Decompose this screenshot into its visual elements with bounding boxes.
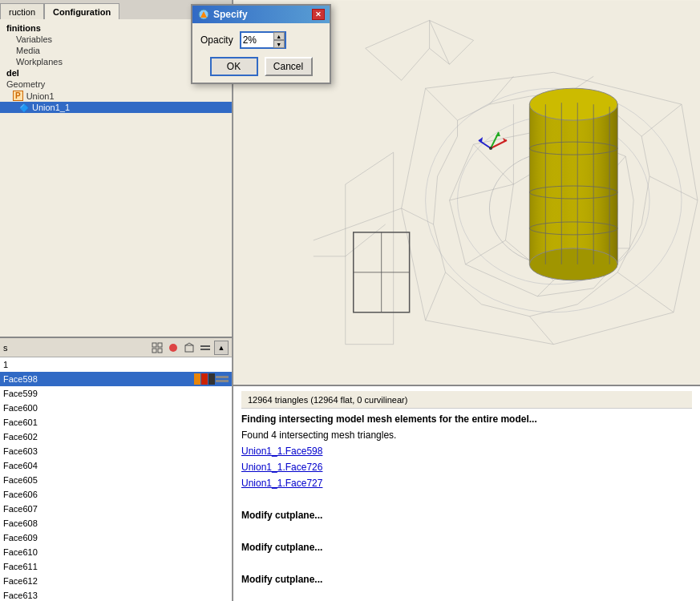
cancel-button[interactable]: Cancel <box>265 57 313 76</box>
specify-dialog: Specify ✕ Opacity ▲ ▼ OK Cancel <box>191 4 331 84</box>
dialog-overlay: Specify ✕ Opacity ▲ ▼ OK Cancel <box>0 0 700 601</box>
dialog-buttons: OK Cancel <box>200 57 322 76</box>
dialog-title-text: Specify <box>213 9 312 20</box>
dialog-titlebar[interactable]: Specify ✕ <box>192 6 330 23</box>
opacity-row: Opacity ▲ ▼ <box>200 31 322 49</box>
opacity-input-wrap: ▲ ▼ <box>240 31 286 49</box>
dialog-body: Opacity ▲ ▼ OK Cancel <box>192 23 330 83</box>
opacity-input[interactable] <box>241 33 273 47</box>
opacity-spinner: ▲ ▼ <box>273 32 285 48</box>
opacity-label: Opacity <box>200 34 233 46</box>
spinner-up-btn[interactable]: ▲ <box>273 32 285 40</box>
spinner-down-btn[interactable]: ▼ <box>273 40 285 48</box>
dialog-close-button[interactable]: ✕ <box>312 9 325 20</box>
dialog-icon <box>197 8 210 21</box>
ok-button[interactable]: OK <box>210 57 258 76</box>
